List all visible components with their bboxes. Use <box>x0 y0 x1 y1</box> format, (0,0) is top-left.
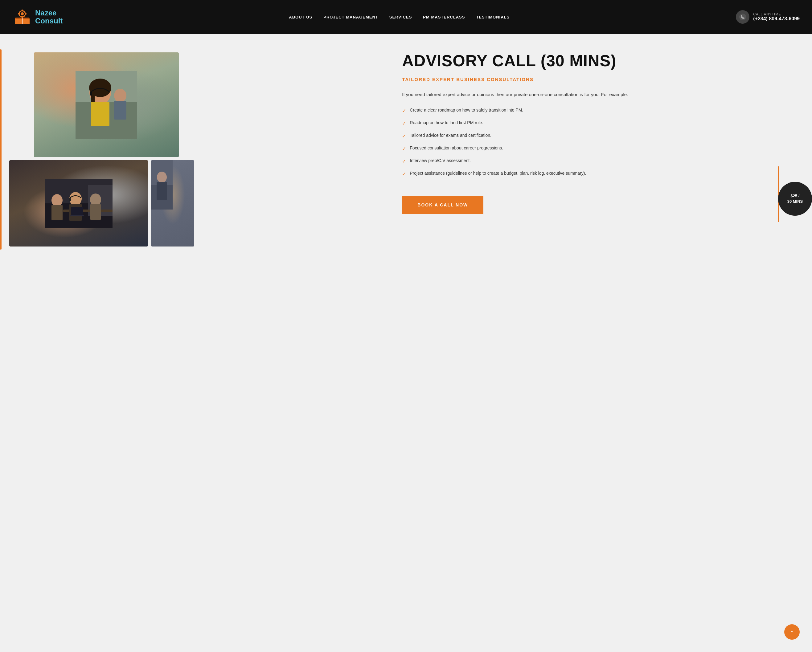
list-item: ✓ Interview prep/C.V assessment. <box>402 157 800 165</box>
check-icon: ✓ <box>402 107 406 114</box>
hero-image-bottom-right <box>151 160 194 247</box>
page-title: ADVISORY CALL (30 MINS) <box>402 52 800 69</box>
hero-image-top <box>34 52 179 157</box>
svg-rect-18 <box>114 101 127 120</box>
nav-about[interactable]: ABOUT US <box>289 15 312 20</box>
list-item: ✓ Tailored advice for exams and certific… <box>402 132 800 140</box>
description: If you need tailored expert advice or op… <box>402 91 800 99</box>
svg-point-23 <box>52 194 63 206</box>
svg-rect-15 <box>91 102 110 126</box>
check-icon: ✓ <box>402 171 406 178</box>
check-icon: ✓ <box>402 158 406 165</box>
accent-border <box>0 49 2 250</box>
logo-icon <box>12 7 32 27</box>
navbar: Nazee Consult ABOUT US PROJECT MANAGEMEN… <box>0 0 812 34</box>
svg-point-3 <box>21 12 24 15</box>
hero-images-bottom <box>9 160 380 247</box>
svg-rect-35 <box>157 182 167 200</box>
svg-rect-31 <box>90 204 101 220</box>
logo[interactable]: Nazee Consult <box>12 7 63 27</box>
svg-point-34 <box>157 172 167 183</box>
phone-icon <box>736 10 749 24</box>
book-call-button[interactable]: BOOK A CALL NOW <box>402 196 483 214</box>
check-icon: ✓ <box>402 133 406 140</box>
svg-rect-5 <box>21 16 23 18</box>
nav-links: ABOUT US PROJECT MANAGEMENT SERVICES PM … <box>289 14 510 20</box>
list-item: ✓ Create a clear roadmap on how to safel… <box>402 107 800 114</box>
svg-point-30 <box>90 193 101 206</box>
nav-testimonials[interactable]: TESTIMONIALS <box>476 15 510 20</box>
svg-rect-4 <box>21 9 23 11</box>
svg-rect-28 <box>71 207 83 215</box>
svg-rect-7 <box>24 13 26 14</box>
svg-rect-24 <box>52 205 63 220</box>
call-info: CALL ANYTIME (+234) 809-473-6099 <box>753 12 800 21</box>
list-item: ✓ Focused consultation about career prog… <box>402 145 800 152</box>
svg-point-25 <box>69 192 82 206</box>
svg-point-17 <box>114 89 127 102</box>
svg-rect-29 <box>70 215 84 216</box>
right-content: ADVISORY CALL (30 MINS) TAILORED EXPERT … <box>390 34 812 233</box>
hero-image-bottom-left <box>9 160 148 247</box>
check-icon: ✓ <box>402 120 406 127</box>
svg-rect-6 <box>18 13 20 14</box>
checklist: ✓ Create a clear roadmap on how to safel… <box>402 107 800 178</box>
left-images <box>0 34 390 265</box>
price-badge: $25 / 30 MINS <box>778 182 812 216</box>
nav-services[interactable]: SERVICES <box>389 15 412 20</box>
scroll-top-button[interactable]: ↑ <box>784 624 800 640</box>
main-content: ADVISORY CALL (30 MINS) TAILORED EXPERT … <box>0 34 812 652</box>
subtitle: TAILORED EXPERT BUSINESS CONSULTATIONS <box>402 77 800 82</box>
list-item: ✓ Roadmap on how to land first PM role. <box>402 120 800 127</box>
call-area: CALL ANYTIME (+234) 809-473-6099 <box>736 10 800 24</box>
check-icon: ✓ <box>402 145 406 152</box>
logo-text: Nazee Consult <box>35 9 63 25</box>
list-item: ✓ Project assistance (guidelines or help… <box>402 170 800 178</box>
svg-rect-16 <box>90 92 92 96</box>
nav-project-management[interactable]: PROJECT MANAGEMENT <box>324 15 378 20</box>
svg-rect-27 <box>69 198 71 201</box>
nav-pm-masterclass[interactable]: PM MASTERCLASS <box>423 15 465 20</box>
